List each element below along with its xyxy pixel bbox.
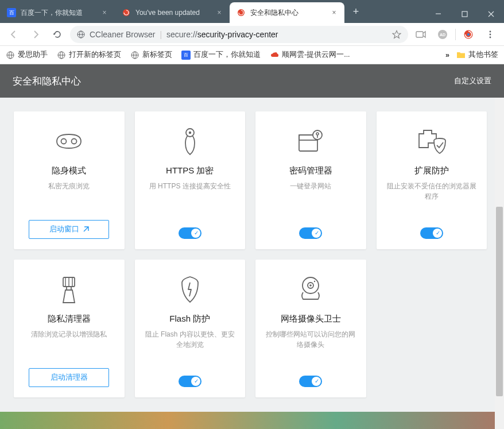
globe-icon — [6, 51, 15, 60]
bookmark-item[interactable]: 爱思助手 — [6, 50, 48, 60]
bookmark-label: 新标签页 — [142, 50, 172, 60]
page-header: 安全和隐私中心 自定义设置 — [0, 64, 504, 98]
card-title: HTTPS 加密 — [166, 165, 214, 176]
feature-icon — [297, 273, 324, 306]
feature-icon — [53, 125, 84, 157]
bookmark-label: 爱思助手 — [18, 50, 48, 60]
card-description: 清除浏览记录以增强隐私 — [31, 329, 107, 339]
tab-label: 百度一下，你就知道 — [21, 8, 83, 18]
toggle-switch[interactable]: ✓ — [420, 227, 443, 239]
toggle-switch[interactable]: ✓ — [299, 227, 322, 239]
cloud-icon — [270, 51, 279, 60]
favicon-icon — [122, 8, 131, 17]
launch-button[interactable]: 启动清理器 — [29, 368, 109, 387]
svg-point-29 — [189, 132, 191, 134]
close-icon[interactable]: × — [215, 8, 224, 17]
reload-button[interactable] — [48, 25, 67, 44]
close-window-button[interactable] — [478, 5, 504, 23]
svg-point-16 — [490, 36, 491, 38]
site-label: CCleaner Browser — [90, 30, 155, 39]
page-title: 安全和隐私中心 — [13, 75, 81, 88]
ad-blocker-icon[interactable]: AD — [433, 25, 452, 44]
card-description: 私密无痕浏览 — [48, 181, 90, 191]
bookmark-item[interactable]: 新标签页 — [130, 50, 172, 60]
feature-icon — [417, 125, 447, 157]
camera-icon[interactable] — [412, 25, 430, 44]
svg-point-14 — [490, 30, 491, 32]
minimize-button[interactable] — [425, 5, 451, 23]
feature-card: Flash 防护阻止 Flash 内容以更快、更安全地浏览✓ — [135, 260, 246, 397]
card-footer: ✓ — [263, 227, 358, 239]
globe-icon — [57, 51, 66, 60]
back-button[interactable] — [5, 25, 23, 44]
feature-card: 扩展防护阻止安装不受信任的浏览器展程序✓ — [377, 111, 487, 249]
launch-button[interactable]: 启动窗口 — [29, 220, 109, 239]
card-title: 隐身模式 — [52, 165, 86, 176]
baidu-icon: 百 — [181, 51, 191, 60]
browser-toolbar: CCleaner Browser | secure://security-pri… — [0, 23, 504, 46]
other-bookmarks[interactable]: 其他书签 — [456, 50, 498, 60]
card-description: 用 HTTPS 连接提高安全性 — [149, 181, 231, 191]
card-title: 扩展防护 — [414, 165, 449, 176]
feature-card: HTTPS 加密用 HTTPS 连接提高安全性✓ — [135, 111, 246, 249]
toggle-switch[interactable]: ✓ — [179, 227, 201, 239]
svg-point-26 — [61, 139, 67, 144]
feature-icon — [297, 125, 324, 157]
toggle-switch[interactable]: ✓ — [299, 376, 322, 387]
card-footer: ✓ — [143, 227, 238, 239]
card-description: 控制哪些网站可以访问您的网络摄像头 — [263, 329, 358, 350]
folder-icon — [456, 51, 466, 60]
menu-icon[interactable] — [481, 25, 499, 44]
card-description: 阻止 Flash 内容以更快、更安全地浏览 — [143, 329, 238, 350]
bookmark-label: 打开新的标签页 — [69, 50, 121, 60]
tab-label: 安全和隐私中心 — [250, 8, 298, 18]
window-titlebar: 百 百度一下，你就知道 × You've been updated × 安全和隐… — [0, 0, 504, 23]
feature-card: 网络摄像头卫士控制哪些网站可以访问您的网络摄像头✓ — [255, 260, 366, 397]
bookmark-item[interactable]: 百 百度一下，你就知道 — [181, 50, 261, 60]
feature-icon — [57, 273, 80, 306]
feature-card: 密码管理器一键登录网站✓ — [255, 111, 366, 249]
card-title: 网络摄像头卫士 — [281, 314, 341, 324]
card-footer: ✓ — [263, 376, 358, 387]
bookmarks-bar: 爱思助手 打开新的标签页 新标签页 百 百度一下，你就知道 顺网雲-提供云网一.… — [0, 46, 504, 64]
favicon-icon — [237, 8, 246, 17]
card-footer: 启动窗口 — [22, 220, 117, 239]
address-bar[interactable]: CCleaner Browser | secure://security-pri… — [70, 26, 408, 43]
svg-point-15 — [490, 33, 491, 35]
tab-security-center[interactable]: 安全和隐私中心 × — [230, 2, 344, 23]
site-info-icon[interactable] — [77, 30, 85, 38]
maximize-button[interactable] — [451, 5, 478, 23]
svg-rect-3 — [462, 11, 467, 17]
content-area: 隐身模式私密无痕浏览启动窗口 HTTPS 加密用 HTTPS 连接提高安全性✓密… — [0, 98, 504, 429]
feature-icon — [179, 273, 201, 306]
ccleaner-icon[interactable] — [459, 25, 478, 44]
feature-card: 隐私清理器清除浏览记录以增强隐私启动清理器 — [14, 260, 125, 397]
star-icon[interactable] — [392, 30, 401, 39]
bookmarks-overflow-icon[interactable]: » — [445, 51, 449, 59]
close-icon[interactable]: × — [100, 8, 109, 17]
bookmark-label: 百度一下，你就知道 — [193, 50, 261, 60]
svg-text:AD: AD — [440, 33, 445, 37]
tab-updated[interactable]: You've been updated × — [115, 2, 230, 23]
new-tab-button[interactable]: + — [348, 3, 364, 20]
favicon-icon: 百 — [7, 8, 16, 17]
feature-icon — [179, 125, 201, 157]
toggle-switch[interactable]: ✓ — [179, 376, 201, 387]
svg-rect-9 — [416, 32, 423, 37]
svg-point-43 — [314, 281, 315, 282]
card-description: 阻止安装不受信任的浏览器展程序 — [385, 181, 479, 202]
forward-button[interactable] — [26, 25, 45, 44]
card-title: 密码管理器 — [289, 165, 332, 176]
svg-point-13 — [467, 33, 470, 36]
url-text: secure://security-privacy-center — [166, 30, 278, 39]
close-icon[interactable]: × — [329, 8, 339, 17]
customize-link[interactable]: 自定义设置 — [454, 76, 491, 86]
tab-label: You've been updated — [135, 9, 200, 17]
tab-baidu[interactable]: 百 百度一下，你就知道 × — [0, 2, 115, 23]
bookmark-item[interactable]: 打开新的标签页 — [57, 50, 121, 60]
bookmark-item[interactable]: 顺网雲-提供云网一... — [270, 50, 350, 60]
bookmark-label: 顺网雲-提供云网一... — [282, 50, 350, 60]
window-controls — [425, 5, 504, 23]
card-title: 隐私清理器 — [48, 314, 91, 324]
globe-icon — [130, 51, 139, 60]
